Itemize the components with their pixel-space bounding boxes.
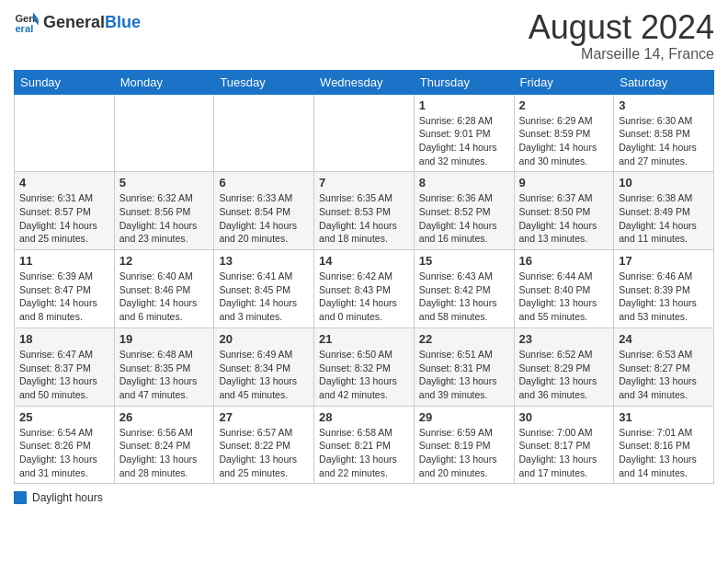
calendar-cell: 9Sunrise: 6:37 AM Sunset: 8:50 PM Daylig… (514, 172, 614, 250)
calendar-cell: 26Sunrise: 6:56 AM Sunset: 8:24 PM Dayli… (114, 406, 214, 484)
day-number: 7 (319, 176, 409, 190)
day-info: Sunrise: 6:30 AM Sunset: 8:58 PM Dayligh… (619, 114, 709, 168)
logo-icon: Gen eral (14, 9, 40, 35)
day-info: Sunrise: 6:56 AM Sunset: 8:24 PM Dayligh… (119, 426, 210, 480)
day-number: 27 (219, 410, 309, 424)
location-title: Marseille 14, France (529, 46, 714, 63)
day-info: Sunrise: 6:47 AM Sunset: 8:37 PM Dayligh… (19, 348, 109, 402)
day-number: 18 (19, 332, 109, 346)
day-info: Sunrise: 6:43 AM Sunset: 8:42 PM Dayligh… (419, 270, 509, 324)
calendar-cell: 13Sunrise: 6:41 AM Sunset: 8:45 PM Dayli… (214, 250, 314, 328)
calendar-cell: 16Sunrise: 6:44 AM Sunset: 8:40 PM Dayli… (514, 250, 614, 328)
day-number: 5 (119, 176, 210, 190)
day-info: Sunrise: 6:35 AM Sunset: 8:53 PM Dayligh… (319, 191, 409, 246)
legend: Daylight hours (14, 491, 714, 504)
day-number: 15 (419, 254, 509, 268)
logo: Gen eral GeneralBlue (14, 9, 141, 35)
calendar-table: SundayMondayTuesdayWednesdayThursdayFrid… (14, 70, 714, 485)
calendar-week-row: 18Sunrise: 6:47 AM Sunset: 8:37 PM Dayli… (15, 327, 714, 406)
day-number: 4 (19, 176, 109, 190)
day-info: Sunrise: 6:50 AM Sunset: 8:32 PM Dayligh… (319, 348, 409, 402)
calendar-cell (114, 94, 214, 172)
calendar-cell (15, 94, 115, 172)
calendar-cell: 7Sunrise: 6:35 AM Sunset: 8:53 PM Daylig… (314, 172, 415, 250)
day-number: 14 (319, 254, 409, 268)
calendar-cell: 15Sunrise: 6:43 AM Sunset: 8:42 PM Dayli… (414, 250, 514, 328)
day-number: 29 (419, 410, 509, 424)
legend-label: Daylight hours (32, 491, 103, 504)
calendar-cell: 14Sunrise: 6:42 AM Sunset: 8:43 PM Dayli… (314, 250, 415, 328)
day-info: Sunrise: 6:48 AM Sunset: 8:35 PM Dayligh… (119, 348, 210, 402)
day-number: 1 (419, 98, 509, 112)
day-number: 3 (619, 98, 709, 112)
day-info: Sunrise: 6:51 AM Sunset: 8:31 PM Dayligh… (419, 348, 509, 402)
day-number: 22 (419, 332, 509, 346)
calendar-cell: 3Sunrise: 6:30 AM Sunset: 8:58 PM Daylig… (614, 94, 714, 172)
day-info: Sunrise: 6:44 AM Sunset: 8:40 PM Dayligh… (519, 270, 609, 324)
calendar-week-row: 11Sunrise: 6:39 AM Sunset: 8:47 PM Dayli… (15, 250, 714, 328)
day-number: 2 (519, 98, 609, 112)
day-number: 28 (319, 410, 409, 424)
day-number: 19 (119, 332, 210, 346)
calendar-header-sunday: Sunday (15, 70, 115, 94)
day-info: Sunrise: 6:38 AM Sunset: 8:49 PM Dayligh… (619, 191, 709, 246)
calendar-week-row: 1Sunrise: 6:28 AM Sunset: 9:01 PM Daylig… (15, 94, 714, 172)
calendar-cell: 23Sunrise: 6:52 AM Sunset: 8:29 PM Dayli… (514, 327, 614, 406)
calendar-cell: 30Sunrise: 7:00 AM Sunset: 8:17 PM Dayli… (514, 406, 614, 484)
calendar-cell: 31Sunrise: 7:01 AM Sunset: 8:16 PM Dayli… (614, 406, 714, 484)
day-number: 12 (119, 254, 210, 268)
calendar-header-thursday: Thursday (414, 70, 514, 94)
calendar-header-wednesday: Wednesday (314, 70, 415, 94)
day-number: 26 (119, 410, 210, 424)
day-info: Sunrise: 6:54 AM Sunset: 8:26 PM Dayligh… (19, 426, 109, 480)
day-number: 17 (619, 254, 709, 268)
calendar-header-tuesday: Tuesday (214, 70, 314, 94)
logo-text-general: General (43, 13, 105, 31)
day-info: Sunrise: 6:31 AM Sunset: 8:57 PM Dayligh… (19, 191, 109, 246)
calendar-cell: 20Sunrise: 6:49 AM Sunset: 8:34 PM Dayli… (214, 327, 314, 406)
day-info: Sunrise: 6:36 AM Sunset: 8:52 PM Dayligh… (419, 191, 509, 246)
calendar-cell: 11Sunrise: 6:39 AM Sunset: 8:47 PM Dayli… (15, 250, 115, 328)
calendar-cell: 10Sunrise: 6:38 AM Sunset: 8:49 PM Dayli… (614, 172, 714, 250)
calendar-cell: 27Sunrise: 6:57 AM Sunset: 8:22 PM Dayli… (214, 406, 314, 484)
calendar-cell: 25Sunrise: 6:54 AM Sunset: 8:26 PM Dayli… (15, 406, 115, 484)
day-info: Sunrise: 6:33 AM Sunset: 8:54 PM Dayligh… (219, 191, 309, 246)
calendar-cell: 6Sunrise: 6:33 AM Sunset: 8:54 PM Daylig… (214, 172, 314, 250)
day-info: Sunrise: 7:00 AM Sunset: 8:17 PM Dayligh… (519, 426, 609, 480)
day-number: 24 (619, 332, 709, 346)
day-number: 8 (419, 176, 509, 190)
day-info: Sunrise: 6:59 AM Sunset: 8:19 PM Dayligh… (419, 426, 509, 480)
day-info: Sunrise: 6:42 AM Sunset: 8:43 PM Dayligh… (319, 270, 409, 324)
day-info: Sunrise: 6:49 AM Sunset: 8:34 PM Dayligh… (219, 348, 309, 402)
calendar-header-saturday: Saturday (614, 70, 714, 94)
title-area: August 2024 Marseille 14, France (529, 9, 714, 63)
day-info: Sunrise: 6:37 AM Sunset: 8:50 PM Dayligh… (519, 191, 609, 246)
svg-text:eral: eral (15, 23, 33, 34)
day-info: Sunrise: 6:53 AM Sunset: 8:27 PM Dayligh… (619, 348, 709, 402)
calendar-cell: 17Sunrise: 6:46 AM Sunset: 8:39 PM Dayli… (614, 250, 714, 328)
calendar-week-row: 25Sunrise: 6:54 AM Sunset: 8:26 PM Dayli… (15, 406, 714, 484)
day-info: Sunrise: 6:28 AM Sunset: 9:01 PM Dayligh… (419, 114, 509, 168)
logo-text-blue: Blue (105, 13, 141, 31)
calendar-header-monday: Monday (114, 70, 214, 94)
day-number: 13 (219, 254, 309, 268)
calendar-cell: 1Sunrise: 6:28 AM Sunset: 9:01 PM Daylig… (414, 94, 514, 172)
day-info: Sunrise: 6:40 AM Sunset: 8:46 PM Dayligh… (119, 270, 210, 324)
calendar-cell: 4Sunrise: 6:31 AM Sunset: 8:57 PM Daylig… (15, 172, 115, 250)
day-number: 25 (19, 410, 109, 424)
calendar-cell: 29Sunrise: 6:59 AM Sunset: 8:19 PM Dayli… (414, 406, 514, 484)
day-number: 23 (519, 332, 609, 346)
calendar-week-row: 4Sunrise: 6:31 AM Sunset: 8:57 PM Daylig… (15, 172, 714, 250)
day-info: Sunrise: 6:39 AM Sunset: 8:47 PM Dayligh… (19, 270, 109, 324)
day-number: 6 (219, 176, 309, 190)
day-info: Sunrise: 6:52 AM Sunset: 8:29 PM Dayligh… (519, 348, 609, 402)
day-info: Sunrise: 6:32 AM Sunset: 8:56 PM Dayligh… (119, 191, 210, 246)
legend-color-box (14, 491, 27, 504)
day-number: 11 (19, 254, 109, 268)
day-number: 21 (319, 332, 409, 346)
calendar-cell: 8Sunrise: 6:36 AM Sunset: 8:52 PM Daylig… (414, 172, 514, 250)
calendar-cell: 18Sunrise: 6:47 AM Sunset: 8:37 PM Dayli… (15, 327, 115, 406)
day-info: Sunrise: 6:46 AM Sunset: 8:39 PM Dayligh… (619, 270, 709, 324)
day-info: Sunrise: 6:57 AM Sunset: 8:22 PM Dayligh… (219, 426, 309, 480)
day-number: 16 (519, 254, 609, 268)
